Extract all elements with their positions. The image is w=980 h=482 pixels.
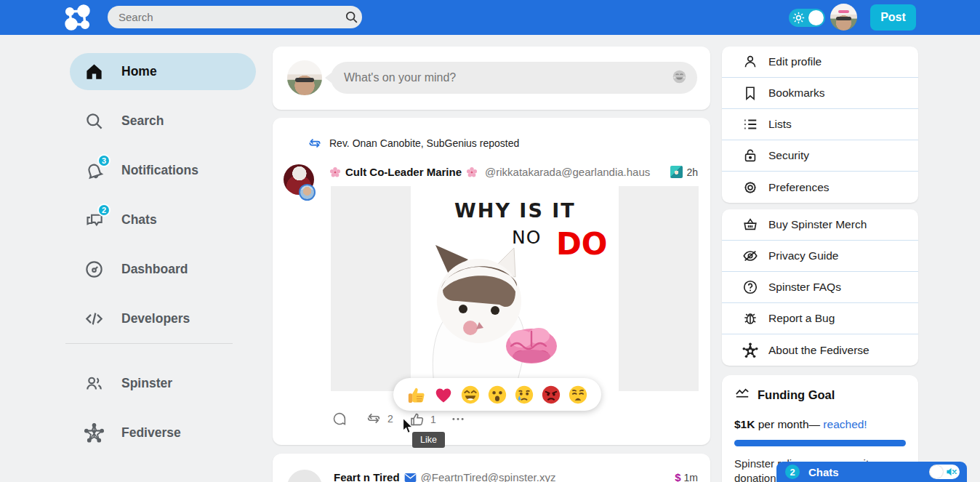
funding-goal-header: Funding Goal [734,387,906,402]
spinster-app: Post Home Search 3 Notifications 2 Chats [0,0,980,482]
repost-icon [366,411,382,425]
menu-item-label: Preferences [768,181,830,194]
sidebar-item-label: Developers [121,311,190,326]
speaker-muted-icon [946,467,957,477]
envelope-emoji-icon [404,473,417,482]
trend-chart-icon [734,387,750,402]
gear-icon [742,180,758,196]
funding-progress-bar [734,440,906,446]
menu-item-faqs[interactable]: Spinster FAQs [722,272,918,303]
menu-item-label: Edit profile [768,55,822,68]
bell-icon: 3 [84,161,104,180]
post-author-name[interactable]: Feart n Tired [334,471,400,482]
top-navigation-bar: Post [0,0,980,35]
sun-icon [792,12,805,24]
sidebar-item-label: Chats [121,212,157,228]
menu-item-preferences[interactable]: Preferences [722,172,918,203]
funding-reached-link[interactable]: reached! [823,418,867,430]
post-timestamp[interactable]: 2h [670,166,698,178]
funding-amount-value: $1K [734,418,755,430]
menu-item-security[interactable]: Security [722,140,918,172]
comment-button[interactable] [332,411,347,427]
dollar-custom-emoji: $ [675,471,680,482]
chats-count-badge: 2 [97,204,111,217]
laughing-tears-emoji-icon[interactable] [672,69,687,87]
notifications-count-badge: 3 [97,154,111,167]
repost-button[interactable]: 2 [366,411,393,425]
weary-emoji[interactable] [568,385,588,405]
sidebar-item-notifications[interactable]: 3 Notifications [70,152,256,189]
compose-user-avatar[interactable] [287,60,322,95]
bug-icon [742,310,758,326]
chats-dock-label: Chats [808,466,929,478]
crying-emoji[interactable] [514,385,534,405]
post-author-name[interactable]: Cult Co-Leader Marine [345,166,462,178]
menu-item-bookmarks[interactable]: Bookmarks [722,78,918,109]
timestamp-text: 1m [684,472,698,482]
comment-icon [332,411,347,427]
cherry-blossom-icon [329,166,341,178]
menu-item-privacy-guide[interactable]: Privacy Guide [722,241,918,272]
sidebar-item-home[interactable]: Home [70,53,256,90]
thumbs-up-emoji[interactable] [406,385,427,405]
more-options-button[interactable] [449,411,467,427]
sidebar-item-label: Dashboard [121,262,188,277]
miku-custom-emoji-icon [670,166,683,178]
menu-item-label: Buy Spinster Merch [768,218,867,231]
sidebar-item-label: Notifications [121,163,198,178]
post-header: Feart n Tired @FeartnTired@spinster.xyz [334,471,555,482]
light-dark-mode-toggle[interactable] [789,9,825,27]
post-author-handle[interactable]: @rikkatakarada@gearlandia.haus [485,166,650,178]
menu-item-about-fediverse[interactable]: About the Fediverse [722,334,918,366]
sidebar-divider [65,343,233,344]
red-heart-emoji[interactable] [433,385,454,405]
brain-emoji-icon [504,324,559,365]
sidebar-item-spinster[interactable]: Spinster [70,365,256,402]
spinster-logo-icon[interactable] [64,4,92,31]
meme-text-line1: WHY IS IT [454,199,576,222]
post-card: Rev. Onan Canobite, SubGenius reposted C… [273,118,710,445]
post-media-image[interactable]: WHY IS IT NO DO [331,186,699,391]
toggle-knob [930,465,943,478]
menu-item-label: Lists [768,118,792,131]
reposter-avatar[interactable] [299,184,316,201]
fediverse-icon [84,423,104,443]
angry-emoji[interactable] [541,385,561,405]
chat-bubbles-icon: 2 [84,210,104,230]
menu-item-label: Report a Bug [768,312,835,325]
menu-item-report-bug[interactable]: Report a Bug [722,303,918,334]
eye-off-icon [742,248,758,264]
funding-goal-amount: $1K per month— reached! [734,418,906,431]
list-icon [742,116,758,132]
menu-item-lists[interactable]: Lists [722,109,918,140]
sidebar-item-chats[interactable]: 2 Chats [70,201,256,238]
menu-item-merch[interactable]: Buy Spinster Merch [722,209,918,241]
post-timestamp[interactable]: $ 1m [675,471,698,482]
chats-dock-bar[interactable]: 2 Chats [776,462,967,482]
sidebar-item-search[interactable]: Search [70,103,256,140]
post-author-avatar[interactable] [287,470,322,482]
post-card: Feart n Tired @FeartnTired@spinster.xyz … [273,454,710,482]
current-user-avatar[interactable] [830,4,857,31]
chats-mute-toggle[interactable] [929,465,960,479]
menu-item-edit-profile[interactable]: Edit profile [722,47,918,78]
post-button[interactable]: Post [870,4,916,31]
cat-image [411,232,545,391]
timestamp-text: 2h [686,166,698,178]
menu-item-label: Spinster FAQs [768,281,841,294]
compose-input[interactable]: What's on your mind? [331,62,697,94]
search-icon[interactable] [340,10,362,24]
laughing-emoji[interactable] [460,385,481,405]
meme-text-line3: DO [556,226,608,262]
repost-icon [308,137,322,150]
like-button[interactable]: 1 [409,411,436,427]
shopping-basket-icon [742,217,758,233]
post-author-handle[interactable]: @FeartnTired@spinster.xyz [421,471,556,482]
sidebar-item-developers[interactable]: Developers [70,300,256,337]
toggle-knob [808,10,824,25]
search-input[interactable] [108,11,340,23]
sidebar-item-fediverse[interactable]: Fediverse [70,414,256,451]
ellipsis-icon [449,411,467,427]
sidebar-item-dashboard[interactable]: Dashboard [70,251,256,288]
surprised-emoji[interactable] [487,385,507,405]
